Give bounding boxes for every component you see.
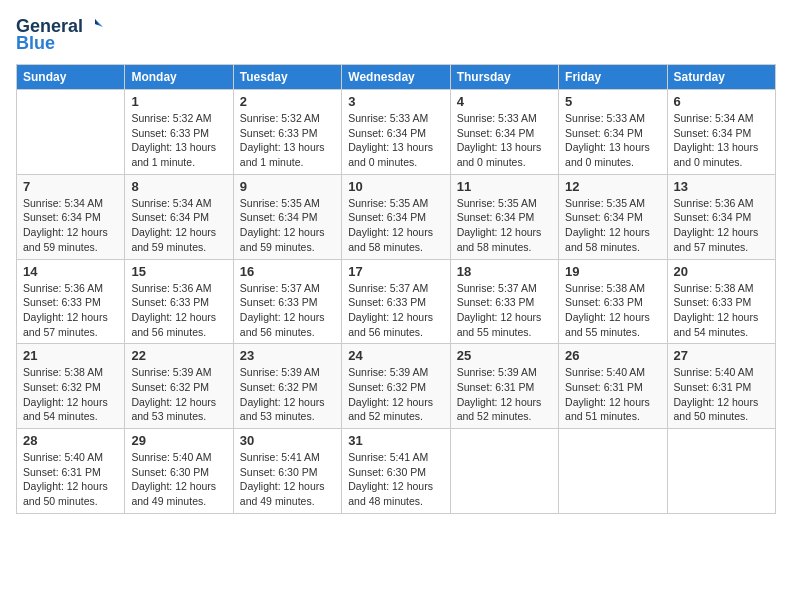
day-number: 29 [131, 433, 226, 448]
calendar-cell: 15Sunrise: 5:36 AMSunset: 6:33 PMDayligh… [125, 259, 233, 344]
day-info: Sunrise: 5:35 AMSunset: 6:34 PMDaylight:… [348, 196, 443, 255]
day-info: Sunrise: 5:35 AMSunset: 6:34 PMDaylight:… [565, 196, 660, 255]
day-number: 30 [240, 433, 335, 448]
day-number: 3 [348, 94, 443, 109]
day-info: Sunrise: 5:39 AMSunset: 6:32 PMDaylight:… [131, 365, 226, 424]
day-info: Sunrise: 5:37 AMSunset: 6:33 PMDaylight:… [457, 281, 552, 340]
calendar-week-4: 21Sunrise: 5:38 AMSunset: 6:32 PMDayligh… [17, 344, 776, 429]
day-number: 19 [565, 264, 660, 279]
day-info: Sunrise: 5:32 AMSunset: 6:33 PMDaylight:… [131, 111, 226, 170]
day-number: 27 [674, 348, 769, 363]
day-number: 7 [23, 179, 118, 194]
calendar-cell: 7Sunrise: 5:34 AMSunset: 6:34 PMDaylight… [17, 174, 125, 259]
day-info: Sunrise: 5:33 AMSunset: 6:34 PMDaylight:… [457, 111, 552, 170]
day-info: Sunrise: 5:34 AMSunset: 6:34 PMDaylight:… [131, 196, 226, 255]
day-number: 17 [348, 264, 443, 279]
calendar-week-1: 1Sunrise: 5:32 AMSunset: 6:33 PMDaylight… [17, 90, 776, 175]
day-number: 28 [23, 433, 118, 448]
calendar-week-2: 7Sunrise: 5:34 AMSunset: 6:34 PMDaylight… [17, 174, 776, 259]
col-header-saturday: Saturday [667, 65, 775, 90]
day-number: 25 [457, 348, 552, 363]
day-number: 10 [348, 179, 443, 194]
day-info: Sunrise: 5:39 AMSunset: 6:31 PMDaylight:… [457, 365, 552, 424]
day-number: 9 [240, 179, 335, 194]
day-number: 23 [240, 348, 335, 363]
calendar-cell [559, 429, 667, 514]
day-number: 13 [674, 179, 769, 194]
day-info: Sunrise: 5:38 AMSunset: 6:33 PMDaylight:… [674, 281, 769, 340]
day-info: Sunrise: 5:37 AMSunset: 6:33 PMDaylight:… [240, 281, 335, 340]
logo: General Blue [16, 16, 105, 54]
calendar-cell: 30Sunrise: 5:41 AMSunset: 6:30 PMDayligh… [233, 429, 341, 514]
calendar-cell: 4Sunrise: 5:33 AMSunset: 6:34 PMDaylight… [450, 90, 558, 175]
day-info: Sunrise: 5:40 AMSunset: 6:31 PMDaylight:… [23, 450, 118, 509]
day-number: 12 [565, 179, 660, 194]
col-header-tuesday: Tuesday [233, 65, 341, 90]
day-number: 24 [348, 348, 443, 363]
day-info: Sunrise: 5:36 AMSunset: 6:33 PMDaylight:… [23, 281, 118, 340]
day-number: 6 [674, 94, 769, 109]
calendar-cell: 22Sunrise: 5:39 AMSunset: 6:32 PMDayligh… [125, 344, 233, 429]
day-info: Sunrise: 5:32 AMSunset: 6:33 PMDaylight:… [240, 111, 335, 170]
day-number: 16 [240, 264, 335, 279]
day-number: 5 [565, 94, 660, 109]
day-number: 31 [348, 433, 443, 448]
page-header: General Blue [16, 16, 776, 54]
day-info: Sunrise: 5:38 AMSunset: 6:32 PMDaylight:… [23, 365, 118, 424]
calendar-week-5: 28Sunrise: 5:40 AMSunset: 6:31 PMDayligh… [17, 429, 776, 514]
calendar-cell: 13Sunrise: 5:36 AMSunset: 6:34 PMDayligh… [667, 174, 775, 259]
day-info: Sunrise: 5:41 AMSunset: 6:30 PMDaylight:… [348, 450, 443, 509]
day-number: 26 [565, 348, 660, 363]
calendar-cell: 28Sunrise: 5:40 AMSunset: 6:31 PMDayligh… [17, 429, 125, 514]
col-header-thursday: Thursday [450, 65, 558, 90]
day-info: Sunrise: 5:40 AMSunset: 6:31 PMDaylight:… [565, 365, 660, 424]
calendar-cell: 26Sunrise: 5:40 AMSunset: 6:31 PMDayligh… [559, 344, 667, 429]
day-number: 2 [240, 94, 335, 109]
day-info: Sunrise: 5:41 AMSunset: 6:30 PMDaylight:… [240, 450, 335, 509]
calendar-cell: 9Sunrise: 5:35 AMSunset: 6:34 PMDaylight… [233, 174, 341, 259]
calendar-cell: 21Sunrise: 5:38 AMSunset: 6:32 PMDayligh… [17, 344, 125, 429]
calendar-cell: 8Sunrise: 5:34 AMSunset: 6:34 PMDaylight… [125, 174, 233, 259]
day-number: 22 [131, 348, 226, 363]
header-row: SundayMondayTuesdayWednesdayThursdayFrid… [17, 65, 776, 90]
calendar-cell: 11Sunrise: 5:35 AMSunset: 6:34 PMDayligh… [450, 174, 558, 259]
calendar-cell: 25Sunrise: 5:39 AMSunset: 6:31 PMDayligh… [450, 344, 558, 429]
col-header-monday: Monday [125, 65, 233, 90]
day-info: Sunrise: 5:38 AMSunset: 6:33 PMDaylight:… [565, 281, 660, 340]
day-number: 14 [23, 264, 118, 279]
day-number: 1 [131, 94, 226, 109]
day-info: Sunrise: 5:34 AMSunset: 6:34 PMDaylight:… [23, 196, 118, 255]
calendar-cell: 31Sunrise: 5:41 AMSunset: 6:30 PMDayligh… [342, 429, 450, 514]
day-number: 20 [674, 264, 769, 279]
day-number: 15 [131, 264, 226, 279]
calendar-cell: 6Sunrise: 5:34 AMSunset: 6:34 PMDaylight… [667, 90, 775, 175]
calendar-cell: 18Sunrise: 5:37 AMSunset: 6:33 PMDayligh… [450, 259, 558, 344]
day-number: 21 [23, 348, 118, 363]
calendar-cell: 27Sunrise: 5:40 AMSunset: 6:31 PMDayligh… [667, 344, 775, 429]
calendar-cell [17, 90, 125, 175]
day-info: Sunrise: 5:39 AMSunset: 6:32 PMDaylight:… [348, 365, 443, 424]
calendar-cell: 24Sunrise: 5:39 AMSunset: 6:32 PMDayligh… [342, 344, 450, 429]
day-info: Sunrise: 5:37 AMSunset: 6:33 PMDaylight:… [348, 281, 443, 340]
calendar-cell: 23Sunrise: 5:39 AMSunset: 6:32 PMDayligh… [233, 344, 341, 429]
logo-bird-icon [85, 17, 105, 37]
day-number: 8 [131, 179, 226, 194]
calendar-cell [450, 429, 558, 514]
calendar-cell: 16Sunrise: 5:37 AMSunset: 6:33 PMDayligh… [233, 259, 341, 344]
calendar-cell: 12Sunrise: 5:35 AMSunset: 6:34 PMDayligh… [559, 174, 667, 259]
calendar-cell: 17Sunrise: 5:37 AMSunset: 6:33 PMDayligh… [342, 259, 450, 344]
calendar-cell: 2Sunrise: 5:32 AMSunset: 6:33 PMDaylight… [233, 90, 341, 175]
calendar-week-3: 14Sunrise: 5:36 AMSunset: 6:33 PMDayligh… [17, 259, 776, 344]
day-number: 4 [457, 94, 552, 109]
col-header-friday: Friday [559, 65, 667, 90]
calendar-cell: 20Sunrise: 5:38 AMSunset: 6:33 PMDayligh… [667, 259, 775, 344]
day-info: Sunrise: 5:33 AMSunset: 6:34 PMDaylight:… [348, 111, 443, 170]
logo-blue: Blue [16, 33, 55, 54]
day-info: Sunrise: 5:33 AMSunset: 6:34 PMDaylight:… [565, 111, 660, 170]
calendar-cell: 29Sunrise: 5:40 AMSunset: 6:30 PMDayligh… [125, 429, 233, 514]
col-header-wednesday: Wednesday [342, 65, 450, 90]
calendar-cell: 19Sunrise: 5:38 AMSunset: 6:33 PMDayligh… [559, 259, 667, 344]
calendar-cell: 10Sunrise: 5:35 AMSunset: 6:34 PMDayligh… [342, 174, 450, 259]
day-info: Sunrise: 5:39 AMSunset: 6:32 PMDaylight:… [240, 365, 335, 424]
day-info: Sunrise: 5:34 AMSunset: 6:34 PMDaylight:… [674, 111, 769, 170]
